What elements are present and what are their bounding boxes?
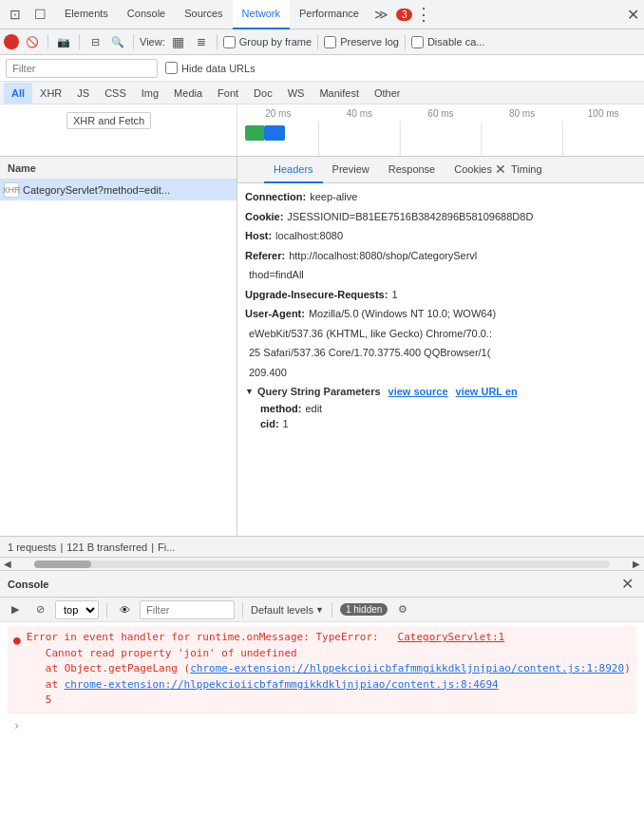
error-count-badge: 3 bbox=[396, 9, 413, 21]
timeline-right: 20 ms 40 ms 60 ms 80 ms 100 ms bbox=[237, 104, 644, 156]
requests-panel: Name XHR CategoryServlet?method=edit... bbox=[0, 157, 237, 536]
main-split: Name XHR CategoryServlet?method=edit... … bbox=[0, 157, 644, 537]
type-filter-bar: All XHR JS CSS Img Media Font Doc WS Man… bbox=[0, 82, 644, 104]
preserve-log-checkbox[interactable]: Preserve log bbox=[324, 36, 399, 48]
header-referer: Referer: http://localhost:8080/shop/Cate… bbox=[237, 246, 644, 266]
console-separator bbox=[106, 602, 107, 618]
device-icon[interactable]: ☐ bbox=[28, 3, 51, 26]
filter-input[interactable] bbox=[6, 59, 158, 78]
toolbar-separator-5 bbox=[317, 34, 318, 49]
param-cid: cid: 1 bbox=[237, 416, 644, 431]
type-filter-ws[interactable]: WS bbox=[280, 83, 313, 104]
console-close-button[interactable]: ✕ bbox=[617, 575, 636, 594]
console-prompt[interactable]: › bbox=[8, 713, 636, 738]
hide-data-urls-checkbox[interactable]: Hide data URLs bbox=[165, 62, 256, 74]
type-filter-xhr[interactable]: XHR bbox=[32, 83, 69, 104]
scroll-track[interactable] bbox=[34, 560, 610, 568]
tab-performance[interactable]: Performance bbox=[290, 0, 369, 29]
toolbar-separator-4 bbox=[217, 34, 218, 49]
timeline-bar-green bbox=[245, 125, 264, 141]
header-ua-cont2: 25 Safari/537.36 Core/1.70.3775.400 QQBr… bbox=[237, 343, 644, 363]
tab-elements[interactable]: Elements bbox=[55, 0, 118, 29]
error-source-link-1[interactable]: CategoryServlet:1 bbox=[398, 631, 505, 643]
console-play-button[interactable]: ▶ bbox=[6, 600, 25, 619]
tab-sources[interactable]: Sources bbox=[175, 0, 232, 29]
error-line-4: at chrome-extension://hlppekcioiicbfafmm… bbox=[27, 677, 631, 694]
devtools-close-button[interactable]: ✕ bbox=[621, 3, 644, 26]
prompt-icon: › bbox=[13, 717, 20, 734]
detail-tab-response[interactable]: Response bbox=[379, 157, 445, 183]
clear-button[interactable]: 🚫 bbox=[23, 32, 42, 51]
error-body: Error in event handler for runtime.onMes… bbox=[27, 630, 631, 709]
type-filter-all[interactable]: All bbox=[4, 83, 32, 104]
network-toolbar: 🚫 📷 ⊟ 🔍 View: ▦ ≣ Group by frame Preserv… bbox=[0, 29, 644, 55]
toolbar-separator-3 bbox=[133, 34, 134, 49]
default-levels-dropdown[interactable]: Default levels ▼ bbox=[251, 604, 324, 616]
horizontal-scrollbar[interactable]: ◀ ▶ bbox=[0, 558, 644, 571]
tab-console[interactable]: Console bbox=[118, 0, 175, 29]
error-ext-link-3[interactable]: chrome-extension://hlppekcioiicbfafmmgik… bbox=[190, 662, 624, 674]
type-filter-manifest[interactable]: Manifest bbox=[312, 83, 367, 104]
error-line-1: Error in event handler for runtime.onMes… bbox=[27, 630, 631, 646]
console-title: Console bbox=[8, 579, 48, 590]
console-error-message: ● Error in event handler for runtime.onM… bbox=[8, 626, 636, 713]
scroll-thumb[interactable] bbox=[34, 560, 91, 568]
detail-tab-headers[interactable]: Headers bbox=[264, 157, 323, 183]
detail-tab-preview[interactable]: Preview bbox=[323, 157, 379, 183]
details-content: Connection: keep-alive Cookie: JSESSIONI… bbox=[237, 183, 644, 536]
details-close-button[interactable]: ✕ bbox=[492, 161, 509, 178]
devtools-menu-icon[interactable]: ⋮ bbox=[412, 3, 435, 26]
timeline-left: XHR and Fetch bbox=[0, 104, 237, 156]
error-ext-link-4[interactable]: chrome-extension://hlppekcioiicbfafmmgik… bbox=[65, 678, 499, 691]
header-ua-cont3: 209.400 bbox=[237, 363, 644, 383]
request-row[interactable]: XHR CategoryServlet?method=edit... bbox=[0, 180, 237, 200]
type-filter-doc[interactable]: Doc bbox=[246, 83, 280, 104]
header-referer-cont: thod=findAll bbox=[237, 265, 644, 285]
console-filter-input[interactable] bbox=[140, 600, 235, 619]
param-method: method: edit bbox=[237, 401, 644, 416]
hidden-count-badge: 1 hidden bbox=[340, 603, 388, 616]
devtools-tab-bar: ⊡ ☐ Elements Console Sources Network Per… bbox=[0, 0, 644, 29]
error-main-text: Error in event handler for runtime.onMes… bbox=[27, 631, 379, 643]
console-header: Console ✕ bbox=[0, 571, 644, 598]
group-by-frame-checkbox[interactable]: Group by frame bbox=[223, 36, 312, 48]
type-filter-img[interactable]: Img bbox=[134, 83, 166, 104]
record-button[interactable] bbox=[4, 34, 19, 49]
console-gear-button[interactable]: ⚙ bbox=[393, 600, 412, 619]
scroll-left-arrow[interactable]: ◀ bbox=[0, 558, 15, 571]
filter-button[interactable]: ⊟ bbox=[85, 32, 104, 51]
requests-list: XHR CategoryServlet?method=edit... bbox=[0, 180, 237, 536]
console-input[interactable] bbox=[24, 719, 631, 732]
type-filter-media[interactable]: Media bbox=[166, 83, 210, 104]
timeline-label-1: 40 ms bbox=[319, 108, 401, 119]
camera-button[interactable]: 📷 bbox=[54, 32, 73, 51]
search-button[interactable]: 🔍 bbox=[108, 32, 127, 51]
status-bar: 1 requests | 121 B transferred | Fi... bbox=[0, 537, 644, 558]
console-separator-2 bbox=[242, 602, 243, 618]
console-eye-button[interactable]: 👁 bbox=[115, 600, 134, 619]
type-filter-css[interactable]: CSS bbox=[97, 83, 134, 104]
view-source-link[interactable]: view source bbox=[388, 386, 448, 397]
error-line-5: 5 bbox=[27, 693, 631, 709]
type-filter-js[interactable]: JS bbox=[69, 83, 97, 104]
scroll-right-arrow[interactable]: ▶ bbox=[629, 558, 644, 571]
context-selector[interactable]: top bbox=[55, 600, 99, 619]
query-section-title[interactable]: Query String Parameters view source view… bbox=[237, 382, 644, 401]
inspect-icon[interactable]: ⊡ bbox=[4, 3, 27, 26]
error-line-3: at Object.getPageLang (chrome-extension:… bbox=[27, 661, 631, 677]
type-filter-other[interactable]: Other bbox=[367, 83, 408, 104]
console-stop-button[interactable]: ⊘ bbox=[30, 600, 49, 619]
timeline-label-0: 20 ms bbox=[237, 108, 319, 119]
timeline-area: XHR and Fetch 20 ms 40 ms 60 ms 80 ms 10… bbox=[0, 104, 644, 157]
tab-network[interactable]: Network bbox=[233, 0, 290, 29]
tab-more-icon[interactable]: ≫ bbox=[369, 7, 394, 22]
timeline-bar-blue bbox=[264, 125, 285, 141]
request-name: CategoryServlet?method=edit... bbox=[23, 184, 170, 196]
console-toolbar: ▶ ⊘ top 👁 Default levels ▼ 1 hidden ⚙ bbox=[0, 598, 644, 622]
disable-cache-checkbox[interactable]: Disable ca... bbox=[411, 36, 485, 48]
grid-view-button[interactable]: ▦ bbox=[169, 32, 188, 51]
view-url-link[interactable]: view URL en bbox=[456, 386, 518, 397]
tree-view-button[interactable]: ≣ bbox=[192, 32, 211, 51]
timeline-label-4: 100 ms bbox=[562, 108, 644, 119]
type-filter-font[interactable]: Font bbox=[210, 83, 246, 104]
